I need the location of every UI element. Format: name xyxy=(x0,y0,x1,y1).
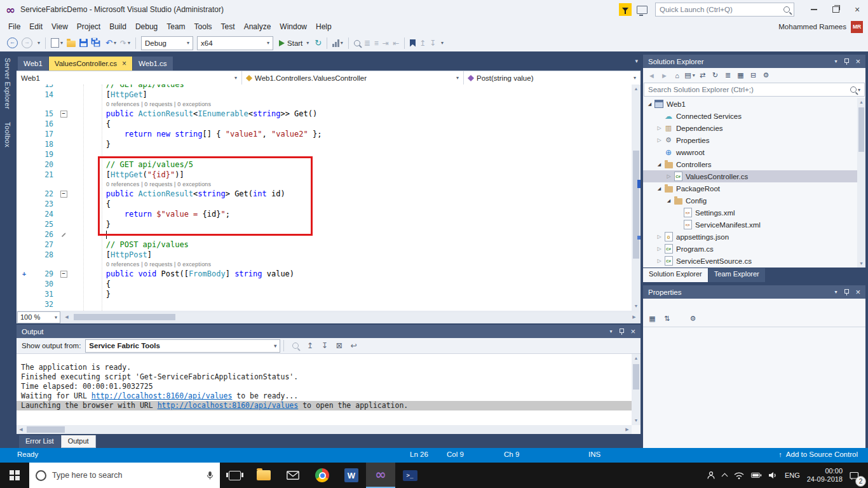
previous-bookmark-icon[interactable]: ↥ xyxy=(417,36,428,50)
add-to-source-control-button[interactable]: ↑ Add to Source Control xyxy=(778,451,858,458)
navigate-forward-icon[interactable]: → xyxy=(20,36,34,50)
tree-item-properties[interactable]: ▷⚙Properties xyxy=(643,134,857,146)
collapse-arrow-icon[interactable]: ◢ xyxy=(665,198,673,203)
output-source-dropdown[interactable]: Service Fabric Tools ▾ xyxy=(85,339,280,353)
close-icon[interactable]: × xyxy=(630,329,635,335)
alphabetical-icon[interactable]: ⇅ xyxy=(660,313,674,325)
explorer-tab-team-explorer[interactable]: Team Explorer xyxy=(709,268,765,282)
tree-item-controllers[interactable]: ◢Controllers xyxy=(643,158,857,170)
collapse-arrow-icon[interactable]: ◢ xyxy=(655,186,663,191)
speaker-icon[interactable] xyxy=(769,471,778,479)
solution-configuration-combo[interactable]: Debug▾ xyxy=(141,36,193,50)
menu-tools[interactable]: Tools xyxy=(190,20,217,33)
menu-team[interactable]: Team xyxy=(162,20,189,33)
window-position-chevron-icon[interactable]: ▾ xyxy=(834,289,837,295)
output-horizontal-scrollbar[interactable]: ◀ ▶ xyxy=(17,425,632,434)
project-dropdown[interactable]: Web1 ▾ xyxy=(17,71,242,85)
expand-arrow-icon[interactable]: ▷ xyxy=(655,246,663,252)
output-url-link[interactable]: http://localhost:8160/api/values xyxy=(92,391,233,400)
start-button[interactable] xyxy=(0,463,29,488)
solution-platform-combo[interactable]: x64▾ xyxy=(197,36,273,50)
new-file-icon[interactable]: ▾ xyxy=(49,36,65,50)
indent-lines-icon[interactable]: ⇥ xyxy=(381,36,391,50)
navigate-back-icon[interactable]: ← xyxy=(5,36,20,50)
outdent-lines-icon[interactable]: ⇤ xyxy=(391,36,401,50)
switch-views-icon[interactable]: ▤▾ xyxy=(684,69,696,81)
fold-collapse-icon[interactable]: − xyxy=(60,271,67,278)
wifi-icon[interactable] xyxy=(734,471,744,480)
codelens-text[interactable]: 0 references | 0 requests | 0 exceptions xyxy=(69,101,211,107)
solution-scrollbar-thumb[interactable] xyxy=(858,107,864,152)
tree-item-config[interactable]: ◢Config xyxy=(643,194,857,207)
scroll-up-arrow-icon[interactable]: ▲ xyxy=(857,98,865,107)
document-list-chevron-icon[interactable]: ▾ xyxy=(635,58,638,64)
output-url-link[interactable]: http://localhost:8160/api/values xyxy=(158,401,299,410)
scroll-down-arrow-icon[interactable]: ▼ xyxy=(857,259,865,268)
quick-launch-input[interactable]: Quick Launch (Ctrl+Q) xyxy=(655,3,794,17)
explorer-tab-solution-explorer[interactable]: Solution Explorer xyxy=(643,268,708,282)
menu-debug[interactable]: Debug xyxy=(131,20,162,33)
solution-search-input[interactable]: Search Solution Explorer (Ctrl+;) ▾ xyxy=(644,83,865,97)
panel-tab-output[interactable]: Output xyxy=(61,435,96,448)
menu-file[interactable]: File xyxy=(4,20,25,33)
type-dropdown[interactable]: Web1.Controllers.ValuesController ▾ xyxy=(242,71,464,85)
panel-tab-error-list[interactable]: Error List xyxy=(19,435,60,448)
collapse-arrow-icon[interactable]: ◢ xyxy=(646,102,654,107)
back-icon[interactable]: ◄ xyxy=(646,69,658,81)
document-tab-valuescontroller-cs[interactable]: ValuesController.cs× xyxy=(49,57,132,71)
tree-item-valuescontroller-cs[interactable]: ▷C#ValuesController.cs xyxy=(643,170,857,182)
save-all-icon[interactable] xyxy=(90,36,104,50)
choose-layout-monitor-icon[interactable] xyxy=(637,6,648,14)
navigate-dropdown-icon[interactable]: ▾ xyxy=(34,36,42,50)
output-scrollbar-thumb[interactable] xyxy=(633,364,639,390)
menu-edit[interactable]: Edit xyxy=(25,20,47,33)
expand-arrow-icon[interactable]: ▷ xyxy=(655,258,663,264)
editor-vertical-scrollbar[interactable]: ▲ ▼ xyxy=(632,85,641,311)
tree-item-program-cs[interactable]: ▷C#Program.cs xyxy=(643,243,857,255)
feedback-filter-icon[interactable] xyxy=(619,3,632,16)
zoom-selector[interactable]: 100 % ▾ xyxy=(17,311,60,323)
clear-all-icon[interactable]: ⊠ xyxy=(332,340,346,352)
undo-icon[interactable]: ↶▾ xyxy=(104,36,118,50)
find-in-files-icon[interactable] xyxy=(352,36,362,50)
scroll-right-arrow-icon[interactable]: ▶ xyxy=(630,313,639,322)
find-message-icon[interactable] xyxy=(288,340,302,352)
taskbar-app-chrome[interactable] xyxy=(308,463,337,488)
start-debug-button[interactable]: Start▾ xyxy=(275,36,313,50)
close-button[interactable]: × xyxy=(846,0,868,19)
battery-icon[interactable] xyxy=(751,471,762,479)
account-name[interactable]: Mohammed Ramees xyxy=(778,23,846,30)
menu-project[interactable]: Project xyxy=(72,20,105,33)
tree-item-dependencies[interactable]: ▷▥Dependencies xyxy=(643,122,857,134)
close-tab-icon[interactable]: × xyxy=(122,59,126,68)
restore-button[interactable] xyxy=(825,0,846,19)
redo-icon[interactable]: ↷▾ xyxy=(118,36,132,50)
categorized-icon[interactable]: ▦ xyxy=(646,313,659,325)
bookmark-icon[interactable] xyxy=(408,36,417,50)
forward-icon[interactable]: ► xyxy=(658,69,670,81)
side-tab-server-explorer[interactable]: Server Explorer xyxy=(0,51,15,116)
scroll-up-arrow-icon[interactable]: ▲ xyxy=(632,85,641,93)
taskbar-search-input[interactable]: Type here to search xyxy=(29,463,220,488)
pin-icon[interactable] xyxy=(844,289,848,295)
properties-icon[interactable]: ⚙ xyxy=(760,69,772,81)
performance-profiler-icon[interactable]: ▾ xyxy=(330,36,345,50)
tree-item-servicemanifest-xml[interactable]: <>ServiceManifest.xml xyxy=(643,219,857,231)
task-view-button[interactable] xyxy=(220,463,249,488)
taskbar-app-powershell[interactable]: >_ xyxy=(395,463,424,488)
codelens-text[interactable]: 0 references | 0 requests | 0 exceptions xyxy=(69,261,211,268)
nest-files-icon[interactable]: ≣ xyxy=(722,69,734,81)
tree-item-connected-services[interactable]: ☁Connected Services xyxy=(643,110,857,122)
scroll-up-arrow-icon[interactable]: ▲ xyxy=(632,354,641,363)
document-tab-web1[interactable]: Web1 xyxy=(18,57,48,71)
minimize-button[interactable] xyxy=(803,0,825,19)
solution-explorer-scrollbar[interactable]: ▲ ▼ xyxy=(857,98,865,268)
people-icon[interactable] xyxy=(707,471,715,480)
next-message-icon[interactable]: ↧ xyxy=(318,340,331,352)
collapse-arrow-icon[interactable]: ◢ xyxy=(655,162,663,167)
taskbar-app-visual-studio[interactable]: ∞ xyxy=(366,463,395,488)
taskbar-app-mail[interactable] xyxy=(278,463,308,488)
sync-with-active-document-icon[interactable]: ⇄ xyxy=(696,69,709,81)
menu-test[interactable]: Test xyxy=(217,20,240,33)
next-bookmark-icon[interactable]: ↧ xyxy=(428,36,438,50)
